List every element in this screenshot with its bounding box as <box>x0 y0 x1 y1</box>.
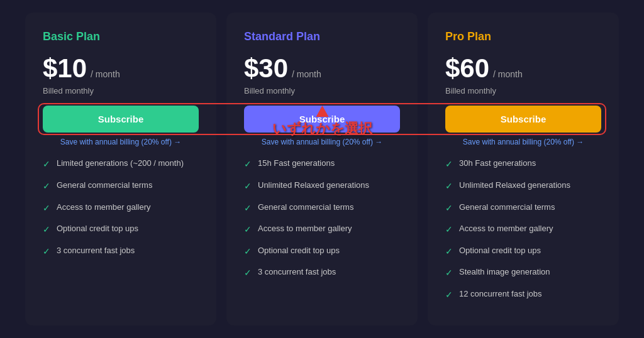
plan-card-pro: Pro Plan $60 / month Billed monthly Subs… <box>428 13 619 325</box>
check-icon: ✓ <box>445 267 453 280</box>
feature-item: ✓ General commercial terms <box>445 202 601 215</box>
feature-text: 30h Fast generations <box>459 158 536 169</box>
check-icon: ✓ <box>244 180 252 193</box>
feature-item: ✓ 12 concurrent fast jobs <box>445 288 601 302</box>
check-icon: ✓ <box>244 267 252 280</box>
feature-text: Limited generations (~200 / month) <box>57 158 184 169</box>
check-icon: ✓ <box>43 246 50 258</box>
check-icon: ✓ <box>445 202 453 215</box>
billed-text: Billed monthly <box>445 86 601 95</box>
subscribe-button-pro[interactable]: Subscribe <box>445 106 601 133</box>
cards-wrapper: Basic Plan $10 / month Billed monthly Su… <box>20 13 624 325</box>
annotation-arrow-icon <box>316 106 328 117</box>
price-period: / month <box>91 69 120 79</box>
price-amount: $10 <box>43 53 87 84</box>
check-icon: ✓ <box>445 289 453 302</box>
feature-item: ✓ 3 concurrent fast jobs <box>43 245 199 258</box>
feature-item: ✓ Unlimited Relaxed generations <box>244 180 400 193</box>
feature-item: ✓ 3 concurrent fast jobs <box>244 266 400 280</box>
feature-item: ✓ Unlimited Relaxed generations <box>445 180 601 193</box>
price-row: $30 / month <box>244 53 400 84</box>
save-link-standard[interactable]: Save with annual billing (20% off) → <box>244 138 400 146</box>
feature-item: ✓ Stealth image generation <box>445 266 601 280</box>
subscribe-button-basic[interactable]: Subscribe <box>43 106 199 133</box>
plan-card-standard: Standard Plan $30 / month Billed monthly… <box>226 13 418 325</box>
feature-item: ✓ Access to member gallery <box>43 202 199 215</box>
price-row: $10 / month <box>43 53 199 84</box>
price-amount: $30 <box>244 53 288 84</box>
plan-card-basic: Basic Plan $10 / month Billed monthly Su… <box>25 13 216 325</box>
feature-item: ✓ Access to member gallery <box>244 223 400 236</box>
feature-text: 3 concurrent fast jobs <box>57 245 135 256</box>
feature-text: General commercial terms <box>57 180 152 191</box>
feature-text: General commercial terms <box>258 202 353 213</box>
price-period: / month <box>292 69 321 79</box>
plan-name: Basic Plan <box>43 30 199 43</box>
annotation-text: いずれかを選択 <box>272 119 372 138</box>
feature-item: ✓ Limited generations (~200 / month) <box>43 158 199 171</box>
check-icon: ✓ <box>244 246 252 258</box>
feature-text: 12 concurrent fast jobs <box>459 288 542 300</box>
check-icon: ✓ <box>244 158 252 171</box>
feature-text: Optional credit top ups <box>459 245 541 256</box>
feature-item: ✓ General commercial terms <box>43 180 199 193</box>
feature-item: ✓ 15h Fast generations <box>244 158 400 171</box>
feature-text: Stealth image generation <box>459 266 550 278</box>
annotation-container: いずれかを選択 <box>272 106 372 138</box>
check-icon: ✓ <box>43 180 50 193</box>
save-link-basic[interactable]: Save with annual billing (20% off) → <box>43 138 199 146</box>
check-icon: ✓ <box>244 224 252 236</box>
check-icon: ✓ <box>445 158 453 171</box>
feature-text: Unlimited Relaxed generations <box>459 180 570 191</box>
feature-item: ✓ General commercial terms <box>244 202 400 215</box>
feature-item: ✓ Optional credit top ups <box>244 245 400 258</box>
feature-text: Access to member gallery <box>258 223 352 234</box>
check-icon: ✓ <box>244 202 252 215</box>
price-amount: $60 <box>445 53 489 84</box>
check-icon: ✓ <box>43 224 50 236</box>
features-list-basic: ✓ Limited generations (~200 / month) ✓ G… <box>43 158 199 258</box>
plan-name: Pro Plan <box>445 30 601 43</box>
feature-item: ✓ 30h Fast generations <box>445 158 601 171</box>
features-list-pro: ✓ 30h Fast generations ✓ Unlimited Relax… <box>445 158 601 301</box>
check-icon: ✓ <box>445 180 453 193</box>
feature-text: Access to member gallery <box>459 223 553 234</box>
feature-text: Optional credit top ups <box>57 223 138 234</box>
billed-text: Billed monthly <box>43 86 199 95</box>
price-period: / month <box>493 69 523 79</box>
check-icon: ✓ <box>43 158 50 171</box>
pricing-container: Basic Plan $10 / month Billed monthly Su… <box>20 13 624 325</box>
feature-item: ✓ Access to member gallery <box>445 223 601 236</box>
plan-name: Standard Plan <box>244 30 400 43</box>
feature-text: 15h Fast generations <box>258 158 335 169</box>
price-row: $60 / month <box>445 53 601 84</box>
feature-item: ✓ Optional credit top ups <box>445 245 601 258</box>
feature-text: General commercial terms <box>459 202 555 213</box>
features-list-standard: ✓ 15h Fast generations ✓ Unlimited Relax… <box>244 158 400 280</box>
feature-text: Optional credit top ups <box>258 245 340 256</box>
billed-text: Billed monthly <box>244 86 400 95</box>
save-link-pro[interactable]: Save with annual billing (20% off) → <box>445 138 601 146</box>
check-icon: ✓ <box>445 224 453 236</box>
feature-item: ✓ Optional credit top ups <box>43 223 199 236</box>
feature-text: Access to member gallery <box>57 202 151 213</box>
feature-text: 3 concurrent fast jobs <box>258 266 336 278</box>
check-icon: ✓ <box>445 246 453 258</box>
feature-text: Unlimited Relaxed generations <box>258 180 369 191</box>
check-icon: ✓ <box>43 202 50 215</box>
